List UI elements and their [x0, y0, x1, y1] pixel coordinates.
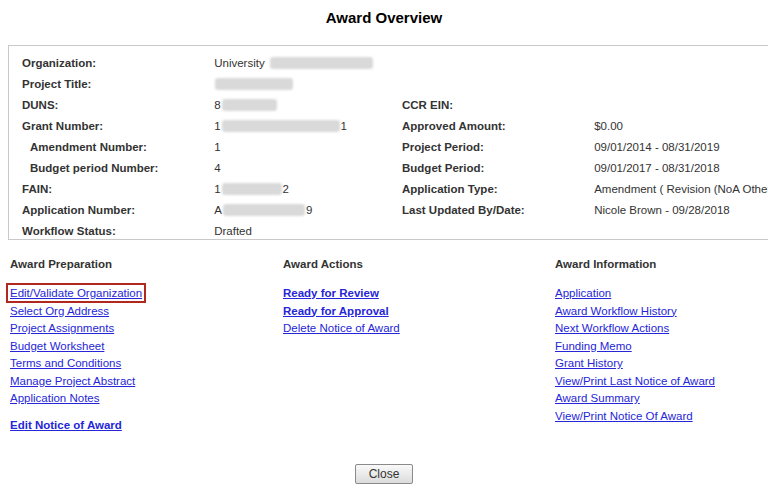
link-edit-notice-of-award[interactable]: Edit Notice of Award [10, 419, 122, 431]
application-type-label: Application Type: [402, 179, 591, 200]
link-award-summary[interactable]: Award Summary [555, 392, 640, 404]
application-type-value: Amendment ( Revision (NoA Other) 1 ) [594, 179, 768, 200]
field-row-application-type: Application Type: Amendment ( Revision (… [402, 179, 768, 200]
redacted-value-block [223, 204, 305, 216]
field-row-project-period: Project Period: 09/01/2014 - 08/31/2019 [402, 137, 768, 158]
project-period-value: 09/01/2014 - 08/31/2019 [594, 137, 719, 158]
field-row-grant-number: Grant Number: 11 [22, 116, 374, 137]
link-next-workflow-actions[interactable]: Next Workflow Actions [555, 322, 669, 334]
project-title-value [214, 74, 294, 95]
link-budget-worksheet[interactable]: Budget Worksheet [10, 340, 104, 352]
organization-value: University [214, 53, 373, 74]
link-application-notes[interactable]: Application Notes [10, 392, 100, 404]
field-row-last-updated: Last Updated By/Date: Nicole Brown - 09/… [402, 200, 768, 221]
link-manage-project-abstract[interactable]: Manage Project Abstract [10, 375, 135, 387]
award-overview-panel: Organization: University Project Title: … [8, 45, 768, 240]
link-grant-history[interactable]: Grant History [555, 357, 623, 369]
field-row-fain: FAIN: 12 [22, 179, 374, 200]
budget-period-number-value: 4 [214, 158, 220, 179]
field-row-application-number: Application Number: A9 [22, 200, 374, 221]
project-title-label: Project Title: [22, 74, 211, 95]
last-updated-label: Last Updated By/Date: [402, 200, 591, 221]
field-row-project-title: Project Title: [22, 74, 374, 95]
budget-period-number-label: Budget period Number: [22, 158, 211, 179]
redacted-value-block [222, 120, 340, 132]
grant-number-label: Grant Number: [22, 116, 211, 137]
workflow-status-value: Drafted [214, 221, 252, 242]
award-actions-heading: Award Actions [283, 258, 400, 270]
redacted-value-block [222, 183, 282, 195]
footer-bar: Close [0, 464, 768, 484]
budget-period-label: Budget Period: [402, 158, 591, 179]
overview-left-column: Organization: University Project Title: … [22, 53, 374, 242]
redacted-value-block [270, 57, 373, 69]
page-title: Award Overview [0, 9, 768, 26]
project-period-label: Project Period: [402, 137, 591, 158]
close-button[interactable]: Close [355, 464, 414, 484]
fain-value: 12 [214, 179, 289, 200]
link-view-print-notice-of-award[interactable]: View/Print Notice Of Award [555, 410, 693, 422]
field-row-ccr-ein: CCR EIN: [402, 95, 768, 116]
award-preparation-heading: Award Preparation [10, 258, 142, 270]
budget-period-value: 09/01/2017 - 08/31/2018 [594, 158, 719, 179]
duns-value: 8 [214, 95, 277, 116]
link-delete-notice-of-award[interactable]: Delete Notice of Award [283, 322, 400, 334]
fain-label: FAIN: [22, 179, 211, 200]
workflow-status-label: Workflow Status: [22, 221, 211, 242]
duns-label: DUNS: [22, 95, 211, 116]
field-row-budget-period-number: Budget period Number: 4 [22, 158, 374, 179]
grant-number-value: 11 [214, 116, 347, 137]
application-number-value: A9 [214, 200, 312, 221]
award-preparation-section: Award Preparation Edit/Validate Organiza… [10, 258, 142, 436]
link-select-org-address[interactable]: Select Org Address [10, 305, 109, 317]
amendment-number-label: Amendment Number: [22, 137, 211, 158]
link-project-assignments[interactable]: Project Assignments [10, 322, 114, 334]
ccr-ein-label: CCR EIN: [402, 95, 591, 116]
field-row-approved-amount: Approved Amount: $0.00 [402, 116, 768, 137]
overview-right-column: CCR EIN: Approved Amount: $0.00 Project … [402, 95, 768, 221]
approved-amount-value: $0.00 [594, 116, 623, 137]
field-row-duns: DUNS: 8 [22, 95, 374, 116]
field-row-organization: Organization: University [22, 53, 374, 74]
link-terms-and-conditions[interactable]: Terms and Conditions [10, 357, 121, 369]
link-view-print-last-notice-of-award[interactable]: View/Print Last Notice of Award [555, 375, 715, 387]
application-number-label: Application Number: [22, 200, 211, 221]
organization-label: Organization: [22, 53, 211, 74]
last-updated-value: Nicole Brown - 09/28/2018 [594, 200, 730, 221]
link-award-workflow-history[interactable]: Award Workflow History [555, 305, 677, 317]
field-row-budget-period: Budget Period: 09/01/2017 - 08/31/2018 [402, 158, 768, 179]
field-row-workflow-status: Workflow Status: Drafted [22, 221, 374, 242]
award-information-section: Award Information Application Award Work… [555, 258, 715, 427]
redacted-value-block [222, 99, 277, 111]
amendment-number-value: 1 [214, 137, 220, 158]
redacted-value-block [215, 78, 293, 90]
award-actions-section: Award Actions Ready for Review Ready for… [283, 258, 400, 340]
link-ready-for-approval[interactable]: Ready for Approval [283, 305, 389, 317]
field-row-amendment-number: Amendment Number: 1 [22, 137, 374, 158]
award-information-heading: Award Information [555, 258, 715, 270]
link-application[interactable]: Application [555, 287, 611, 299]
link-ready-for-review[interactable]: Ready for Review [283, 287, 379, 299]
approved-amount-label: Approved Amount: [402, 116, 591, 137]
link-funding-memo[interactable]: Funding Memo [555, 340, 632, 352]
link-edit-validate-organization[interactable]: Edit/Validate Organization [10, 287, 142, 299]
